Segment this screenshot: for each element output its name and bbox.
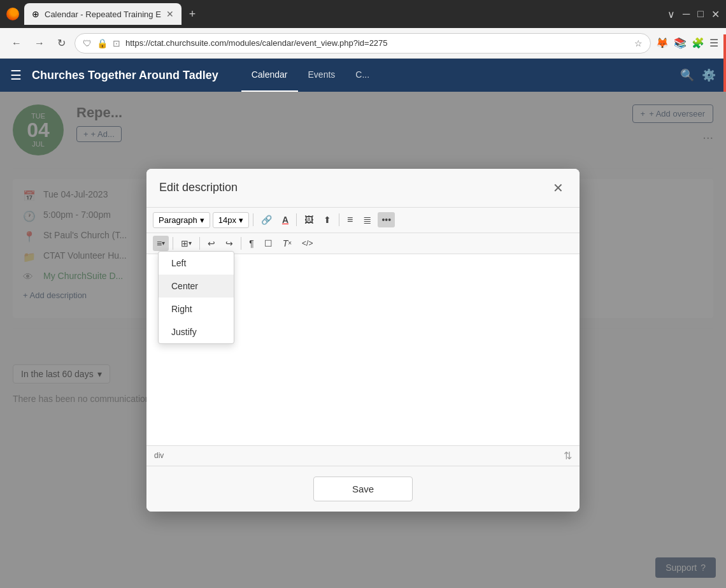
code-icon: </> — [302, 239, 313, 248]
editor-tag: div — [154, 451, 164, 460]
table-chevron-icon: ▾ — [189, 240, 192, 247]
align-chevron-icon: ▾ — [162, 240, 165, 247]
toolbar-separator-6 — [241, 237, 241, 250]
site-info-icon: ⊡ — [113, 38, 120, 48]
bookmark-icon[interactable]: ☆ — [634, 38, 643, 48]
search-icon[interactable]: 🔍 — [680, 68, 694, 82]
ul-icon: ≡ — [347, 214, 353, 226]
more-options-button[interactable]: ••• — [378, 212, 395, 227]
italic-remove-icon: T — [283, 238, 288, 248]
save-button[interactable]: Save — [313, 477, 413, 501]
paragraph-mark-icon: ¶ — [249, 238, 254, 248]
link-button[interactable]: 🔗 — [257, 212, 276, 227]
unordered-list-button[interactable]: ≡ — [343, 212, 357, 228]
minimize-icon[interactable]: ─ — [683, 8, 690, 20]
ol-icon: ≣ — [363, 214, 371, 226]
clear-icon: ☐ — [264, 238, 273, 248]
undo-button[interactable]: ↩ — [204, 236, 219, 251]
undo-icon: ↩ — [208, 238, 215, 248]
url-text[interactable]: https://ctat.churchsuite.com/modules/cal… — [125, 38, 629, 48]
window-close-icon[interactable]: ✕ — [711, 8, 720, 20]
redo-icon: ↪ — [225, 238, 233, 248]
strikethrough-icon: × — [288, 240, 292, 247]
table-button[interactable]: ⊞ ▾ — [177, 236, 196, 251]
nav-calendar[interactable]: Calendar — [241, 59, 298, 92]
toolbar-separator-3 — [339, 213, 339, 226]
modal-overlay: Edit description ✕ Paragraph ▾ 14px ▾ 🔗 — [0, 92, 726, 588]
new-tab-button[interactable]: + — [189, 8, 196, 21]
modal-title: Edit description — [159, 181, 238, 194]
close-icon: ✕ — [553, 180, 564, 196]
modal-footer: Save — [146, 466, 580, 512]
font-size-select[interactable]: 14px ▾ — [213, 212, 249, 228]
clear-format-button[interactable]: ☐ — [260, 236, 276, 251]
paragraph-chevron-icon: ▾ — [200, 215, 204, 225]
toolbar-separator-5 — [199, 237, 200, 250]
align-icon: ≡ — [157, 238, 162, 248]
font-size-chevron-icon: ▾ — [239, 215, 243, 225]
browser-chrome: ⊕ Calendar - Repeated Training E ✕ + ∨ ─… — [0, 0, 726, 59]
back-button[interactable]: ← — [8, 35, 25, 52]
tab-close-icon[interactable]: ✕ — [166, 9, 174, 19]
address-bar-actions: ☆ — [634, 38, 643, 48]
align-option-justify[interactable]: Justify — [159, 320, 234, 343]
alignment-button[interactable]: ≡ ▾ — [153, 236, 169, 251]
firefox-account-icon[interactable]: 🦊 — [656, 37, 669, 49]
browser-tab-overflow-icon[interactable]: ∨ — [667, 8, 675, 20]
toolbar-separator-1 — [253, 213, 253, 226]
settings-icon[interactable]: ⚙️ — [702, 68, 716, 82]
nav-more[interactable]: C... — [345, 59, 380, 92]
modal-close-button[interactable]: ✕ — [549, 179, 567, 197]
editor-toolbar-row1: Paragraph ▾ 14px ▾ 🔗 A 🖼 — [146, 208, 580, 233]
sidebar-menu-icon[interactable]: ☰ — [10, 68, 22, 83]
firefox-logo-icon — [6, 8, 19, 20]
modal-header: Edit description ✕ — [146, 169, 580, 208]
address-bar[interactable]: 🛡 🔒 ⊡ https://ctat.churchsuite.com/modul… — [75, 33, 651, 54]
toolbar-separator-4 — [173, 237, 173, 250]
align-option-center[interactable]: Center — [159, 275, 234, 298]
upload-icon: ⬆ — [324, 215, 331, 225]
tab-favicon: ⊕ — [32, 9, 39, 19]
image-icon: 🖼 — [304, 215, 313, 225]
shield-icon: 🛡 — [83, 38, 92, 48]
lock-icon: 🔒 — [97, 38, 108, 48]
paragraph-mark-button[interactable]: ¶ — [245, 236, 258, 251]
upload-button[interactable]: ⬆ — [320, 212, 335, 227]
source-button[interactable]: </> — [298, 236, 317, 250]
browser-menu-icon[interactable]: ☰ — [709, 37, 718, 49]
more-icon: ••• — [381, 215, 391, 225]
clear-text-button[interactable]: T × — [279, 236, 295, 251]
nav-events[interactable]: Events — [298, 59, 346, 92]
browser-tab[interactable]: ⊕ Calendar - Repeated Training E ✕ — [24, 3, 182, 25]
app-navigation: Calendar Events C... — [241, 59, 380, 92]
refresh-button[interactable]: ↻ — [53, 34, 69, 52]
forward-button[interactable]: → — [31, 35, 48, 52]
alignment-dropdown: Left Center Right Justify — [158, 251, 234, 344]
browser-action-buttons: 🦊 📚 🧩 ☰ — [656, 37, 718, 49]
redo-button[interactable]: ↪ — [222, 236, 237, 251]
font-color-button[interactable]: A — [278, 212, 292, 227]
main-content: TUE 04 JUL Repe... + + Ad... + + Add ove… — [0, 92, 726, 588]
align-option-right[interactable]: Right — [159, 298, 234, 320]
library-icon[interactable]: 📚 — [674, 37, 687, 49]
paragraph-select[interactable]: Paragraph ▾ — [153, 212, 210, 228]
app-header-right: 🔍 ⚙️ — [680, 68, 716, 82]
browser-navbar: ← → ↻ 🛡 🔒 ⊡ https://ctat.churchsuite.com… — [0, 28, 726, 59]
maximize-icon[interactable]: □ — [697, 8, 704, 20]
font-color-icon: A — [282, 215, 288, 225]
ordered-list-button[interactable]: ≣ — [359, 212, 375, 229]
image-button[interactable]: 🖼 — [301, 212, 317, 227]
app-title: Churches Together Around Tadley — [32, 69, 218, 82]
toolbar-separator-2 — [296, 213, 297, 226]
browser-titlebar: ⊕ Calendar - Repeated Training E ✕ + ∨ ─… — [0, 0, 726, 28]
table-icon: ⊞ — [181, 238, 189, 248]
link-icon: 🔗 — [261, 215, 272, 225]
extensions-icon[interactable]: 🧩 — [692, 37, 704, 49]
app-header: ☰ Churches Together Around Tadley Calend… — [0, 59, 726, 92]
align-option-left[interactable]: Left — [159, 252, 234, 275]
resize-handle-icon[interactable]: ⇅ — [564, 450, 572, 462]
editor-statusbar: div ⇅ — [146, 445, 580, 466]
tab-title: Calendar - Repeated Training E — [45, 10, 161, 19]
